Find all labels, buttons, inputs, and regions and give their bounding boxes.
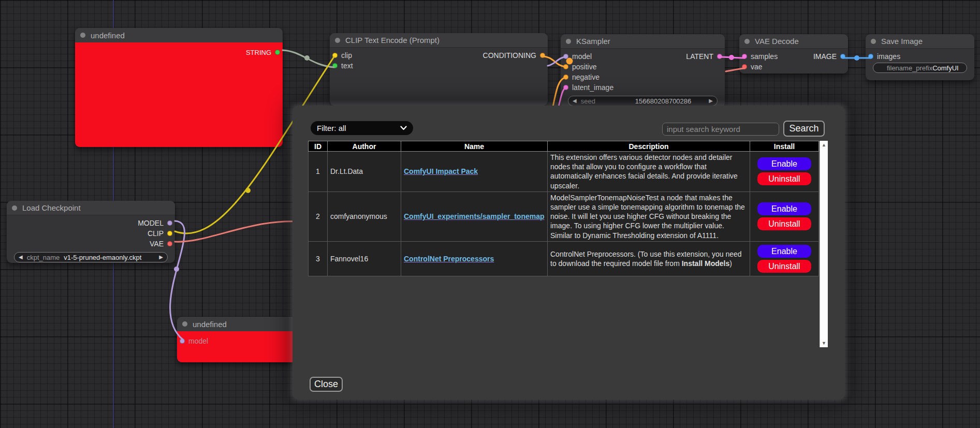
input-slot-dot[interactable] [332, 63, 338, 68]
widget-label: filename_prefix [887, 64, 932, 72]
input-slot-dot[interactable] [563, 85, 568, 90]
extension-install-cell: EnableUninstall [750, 152, 819, 192]
seed-widget[interactable]: ◀ seed 156680208700286 ▶ [568, 96, 718, 106]
extension-author-cell: Dr.Lt.Data [328, 152, 401, 192]
node-title: VAE Decode [755, 37, 799, 46]
extension-install-cell: EnableUninstall [750, 241, 819, 276]
output-slot-dot[interactable] [540, 53, 545, 58]
node-ksampler[interactable]: KSampler model LATENT positive negative … [561, 34, 725, 108]
output-slot-label: CLIP [148, 229, 164, 238]
search-button[interactable]: Search [783, 121, 825, 137]
extension-row: 2comfyanonymousComfyUI_experiments/sampl… [309, 191, 819, 241]
column-header-id: ID [309, 141, 328, 152]
extension-id-cell: 2 [309, 191, 328, 241]
extension-id-cell: 1 [309, 152, 328, 192]
enable-button[interactable]: Enable [757, 202, 811, 215]
collapse-dot-icon[interactable] [744, 39, 750, 44]
node-title: undefined [193, 320, 227, 329]
scroll-up-icon[interactable]: ▲ [822, 142, 826, 147]
filter-select-value: Filter: all [317, 124, 346, 132]
collapse-dot-icon[interactable] [566, 39, 571, 44]
custom-nodes-dialog: Filter: all Search ID Author Name Descri… [292, 106, 845, 400]
output-slot-label: STRING [246, 49, 271, 56]
input-slot-dot[interactable] [332, 53, 338, 58]
enable-button[interactable]: Enable [757, 245, 811, 258]
increment-arrow-icon[interactable]: ▶ [709, 98, 713, 104]
input-slot-label: vae [751, 63, 763, 71]
node-header[interactable]: Load Checkpoint [7, 201, 175, 215]
table-scrollbar[interactable]: ▲ ▼ [820, 141, 828, 347]
node-load-checkpoint[interactable]: Load Checkpoint MODEL CLIP VAE ◀ ckpt_na… [7, 201, 175, 263]
widget-label: ckpt_name [27, 254, 60, 261]
node-header[interactable]: Save Image [866, 34, 974, 49]
extensions-table: ID Author Name Description Install 1Dr.L… [308, 141, 819, 276]
increment-arrow-icon[interactable]: ▶ [159, 255, 163, 260]
input-slot-label: latent_image [572, 83, 613, 92]
extensions-table-body: 1Dr.Lt.DataComfyUI Impact PackThis exten… [309, 152, 819, 276]
table-header-row: ID Author Name Description Install [309, 141, 819, 152]
input-slot-dot[interactable] [563, 54, 568, 59]
node-clip-text-encode[interactable]: CLIP Text Encode (Prompt) clip CONDITION… [330, 33, 548, 106]
decrement-arrow-icon[interactable]: ◀ [573, 98, 577, 104]
extension-name-link[interactable]: ComfyUI Impact Pack [404, 167, 478, 175]
collapse-dot-icon[interactable] [182, 321, 187, 327]
extension-author-cell: comfyanonymous [328, 191, 401, 241]
wire-vae-out [175, 222, 298, 242]
decrement-arrow-icon[interactable]: ◀ [19, 255, 23, 260]
column-header-install: Install [750, 141, 819, 152]
widget-value: ComfyUI [932, 64, 959, 72]
comfyui-app: undefined STRING CLIP Text Encode (Promp… [0, 0, 980, 428]
input-slot-label: clip [341, 51, 352, 60]
output-slot-dot[interactable] [840, 54, 845, 59]
node-header[interactable]: undefined [75, 28, 283, 42]
node-undefined-top[interactable]: undefined STRING [75, 28, 283, 147]
output-slot-dot[interactable] [275, 50, 280, 55]
node-title: Load Checkpoint [22, 203, 81, 212]
collapse-dot-icon[interactable] [80, 33, 85, 38]
collapse-dot-icon[interactable] [335, 38, 340, 43]
output-slot-label: LATENT [686, 52, 713, 61]
extension-name-link[interactable]: ComfyUI_experiments/sampler_tonemap [404, 212, 545, 220]
node-header[interactable]: KSampler [561, 34, 725, 49]
uninstall-button[interactable]: Uninstall [757, 217, 811, 230]
wire-dot [174, 267, 179, 272]
search-input[interactable] [662, 123, 779, 136]
node-title: KSampler [576, 37, 610, 46]
uninstall-button[interactable]: Uninstall [757, 260, 811, 273]
input-slot-dot[interactable] [868, 54, 873, 59]
output-slot-dot[interactable] [167, 241, 172, 246]
input-slot-dot[interactable] [563, 64, 568, 69]
input-slot-label: images [877, 52, 900, 61]
extension-author-cell: Fannovel16 [328, 241, 401, 276]
input-slot-dot[interactable] [742, 54, 747, 59]
collapse-dot-icon[interactable] [12, 205, 17, 211]
uninstall-button[interactable]: Uninstall [757, 172, 811, 185]
widget-label: seed [581, 97, 595, 105]
node-title: Save Image [881, 37, 923, 46]
collapse-dot-icon[interactable] [871, 39, 876, 44]
node-vae-decode[interactable]: VAE Decode samples IMAGE vae [739, 34, 848, 73]
output-slot-dot[interactable] [167, 220, 172, 226]
filename-prefix-widget[interactable]: filename_prefix ComfyUI [873, 63, 967, 73]
output-slot-label: IMAGE [813, 52, 837, 61]
enable-button[interactable]: Enable [757, 157, 811, 170]
node-header[interactable]: VAE Decode [739, 34, 848, 49]
output-slot-dot[interactable] [167, 231, 172, 236]
extension-name-link[interactable]: ControlNet Preprocessors [404, 255, 494, 263]
input-slot-dot[interactable] [742, 64, 747, 69]
ckpt-name-widget[interactable]: ◀ ckpt_name v1-5-pruned-emaonly.ckpt ▶ [14, 252, 168, 262]
output-slot-dot[interactable] [717, 54, 722, 59]
extension-description-cell: This extension offers various detector n… [548, 152, 750, 192]
input-slot-dot[interactable] [563, 75, 568, 80]
node-header[interactable]: CLIP Text Encode (Prompt) [330, 33, 548, 48]
filter-select[interactable]: Filter: all [311, 121, 413, 135]
node-title: CLIP Text Encode (Prompt) [345, 36, 440, 45]
node-title: undefined [91, 31, 125, 40]
input-slot-label: positive [572, 63, 596, 71]
widget-value: 156680208700286 [635, 97, 691, 105]
close-button[interactable]: Close [310, 377, 343, 392]
scroll-down-icon[interactable]: ▼ [822, 341, 826, 346]
wire-dot [245, 188, 251, 193]
node-save-image[interactable]: Save Image images filename_prefix ComfyU… [866, 34, 974, 80]
input-slot-dot[interactable] [180, 338, 185, 344]
